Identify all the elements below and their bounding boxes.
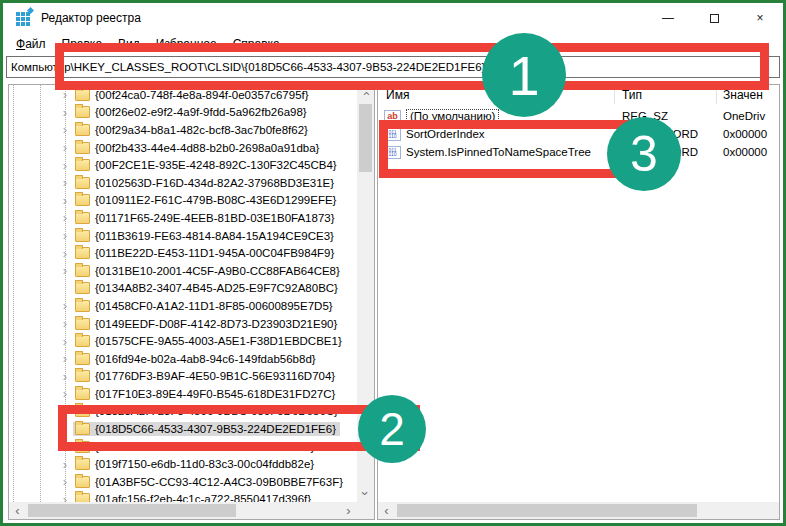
step-badge-1: 1 — [482, 33, 566, 117]
folder-icon — [75, 353, 90, 365]
menu-file[interactable]: Файл — [8, 35, 54, 53]
values-horizontal-scrollbar[interactable]: ‹ — [378, 502, 779, 519]
folder-icon — [75, 318, 90, 330]
folder-icon — [75, 106, 90, 118]
scrollbar-thumb[interactable] — [397, 504, 697, 517]
scrollbar-thumb[interactable] — [28, 504, 236, 517]
tree-item[interactable]: ›{01458CF0-A1A2-11D1-8F85-00600895E7D5} — [9, 297, 357, 315]
window-title: Редактор реестра — [41, 3, 141, 33]
tree-item[interactable]: ›{019f7150-e6db-11d0-83c3-00c04fddb82e} — [9, 455, 357, 473]
chevron-right-icon[interactable]: › — [57, 335, 73, 348]
folder-icon — [75, 370, 90, 382]
registry-app-icon — [16, 10, 33, 27]
chevron-right-icon[interactable]: › — [57, 229, 73, 242]
scroll-right-icon[interactable]: › — [340, 502, 357, 519]
chevron-right-icon[interactable]: › — [57, 194, 73, 207]
title-bar: Редактор реестра — × — [3, 3, 783, 33]
chevron-right-icon[interactable]: › — [57, 247, 73, 260]
folder-icon — [75, 265, 90, 277]
chevron-right-icon[interactable]: › — [57, 141, 73, 154]
chevron-right-icon[interactable]: › — [57, 299, 73, 312]
chevron-right-icon[interactable]: › — [57, 176, 73, 189]
key-tree-panel: ›{00f24ca0-748f-4e8a-894f-0e0357c6795f} … — [8, 84, 375, 520]
folder-icon — [75, 282, 90, 294]
tree-item[interactable]: ›{01171F65-249E-4EEB-81BD-03E1B0FA1873} — [9, 209, 357, 227]
tree-item[interactable]: ›{00F2CE1E-935E-4248-892C-130F32C45CB4} — [9, 156, 357, 174]
chevron-right-icon[interactable]: › — [57, 106, 73, 119]
folder-icon — [75, 458, 90, 470]
tree-item[interactable]: ›{017F10E3-89E4-49F0-B545-618DE31FD27C} — [9, 385, 357, 403]
tree-item[interactable]: ›{016fd94e-b02a-4ab8-94c6-149fdab56b8d} — [9, 350, 357, 368]
folder-icon — [75, 335, 90, 347]
folder-icon — [75, 212, 90, 224]
scroll-left-icon[interactable]: ‹ — [378, 502, 395, 519]
folder-icon — [75, 89, 90, 101]
scrollbar-thumb[interactable] — [359, 104, 372, 172]
folder-icon — [75, 493, 90, 502]
step-badge-3: 3 — [607, 117, 681, 191]
chevron-right-icon[interactable]: › — [57, 370, 73, 383]
scroll-left-icon[interactable]: ‹ — [9, 502, 26, 519]
folder-icon — [75, 159, 90, 171]
chevron-right-icon[interactable]: › — [57, 88, 73, 101]
registry-editor-window: Редактор реестра — × Файл Правка Вид Изб… — [0, 0, 786, 526]
chevron-right-icon[interactable]: › — [57, 475, 73, 488]
folder-icon — [75, 124, 90, 136]
tree-item[interactable]: ›{0131BE10-2001-4C5F-A9B0-CC88FAB64CE8} — [9, 262, 357, 280]
folder-icon — [75, 247, 90, 259]
highlight-box-1 — [55, 43, 769, 90]
chevron-right-icon[interactable]: › — [57, 211, 73, 224]
tree-item[interactable]: ›{0149EEDF-D08F-4142-8D73-D23903D21E90} — [9, 315, 357, 333]
chevron-right-icon[interactable]: › — [57, 387, 73, 400]
chevron-right-icon[interactable]: › — [57, 123, 73, 136]
tree-item[interactable]: ›{01afc156-f2eb-4c1c-a722-8550417d396f} — [9, 491, 357, 502]
chevron-right-icon[interactable]: › — [57, 264, 73, 277]
tree-item[interactable]: ›{00f26e02-e9f2-4a9f-9fdd-5a962fb26a98} — [9, 104, 357, 122]
chevron-right-icon[interactable]: › — [57, 352, 73, 365]
chevron-right-icon[interactable]: › — [57, 458, 73, 471]
chevron-right-icon[interactable]: › — [57, 493, 73, 502]
maximize-button[interactable] — [691, 3, 737, 33]
folder-icon — [75, 300, 90, 312]
scrollbar-corner — [357, 502, 374, 519]
tree-item[interactable]: ›{0102563D-F16D-434d-82A2-37968BD3E31E} — [9, 174, 357, 192]
tree-item[interactable]: ›{01776DF3-B9AF-4E50-9B1C-56E93116D704} — [9, 368, 357, 386]
step-badge-2: 2 — [358, 395, 426, 463]
tree-item[interactable]: ›{00f29a34-b8a1-482c-bcf8-3ac7b0fe8f62} — [9, 121, 357, 139]
folder-icon — [75, 476, 90, 488]
scroll-down-icon[interactable]: › — [357, 485, 374, 502]
tree-item[interactable]: ›{011BE22D-E453-11D1-945A-00C04FB984F9} — [9, 244, 357, 262]
tree-item[interactable]: ›{00f2b433-44e4-4d88-b2b0-2698a0a91dba} — [9, 139, 357, 157]
folder-icon — [75, 177, 90, 189]
minimize-button[interactable]: — — [645, 3, 691, 33]
chevron-right-icon[interactable]: › — [57, 317, 73, 330]
tree-item[interactable]: ›{01575CFE-9A55-4003-A5E1-F38D1EBDCBE1} — [9, 332, 357, 350]
folder-icon — [75, 388, 90, 400]
tree-item[interactable]: ›{01A3BF5C-CC93-4C12-A4C3-09B0BBE7F63F} — [9, 473, 357, 491]
tree-item[interactable]: ›{0134A8B2-3407-4B45-AD25-E9F7C92A80BC} — [9, 280, 357, 298]
tree-item[interactable]: ›{011B3619-FE63-4814-8A84-15A194CE9CE3} — [9, 227, 357, 245]
folder-icon — [75, 230, 90, 242]
tree-item[interactable]: ›{010911E2-F61C-479B-B08C-43E6D1299EFE} — [9, 192, 357, 210]
folder-icon — [75, 142, 90, 154]
chevron-right-icon[interactable]: › — [57, 159, 73, 172]
folder-icon — [75, 194, 90, 206]
close-button[interactable]: × — [737, 3, 783, 33]
tree-horizontal-scrollbar[interactable]: ‹ › — [9, 502, 357, 519]
